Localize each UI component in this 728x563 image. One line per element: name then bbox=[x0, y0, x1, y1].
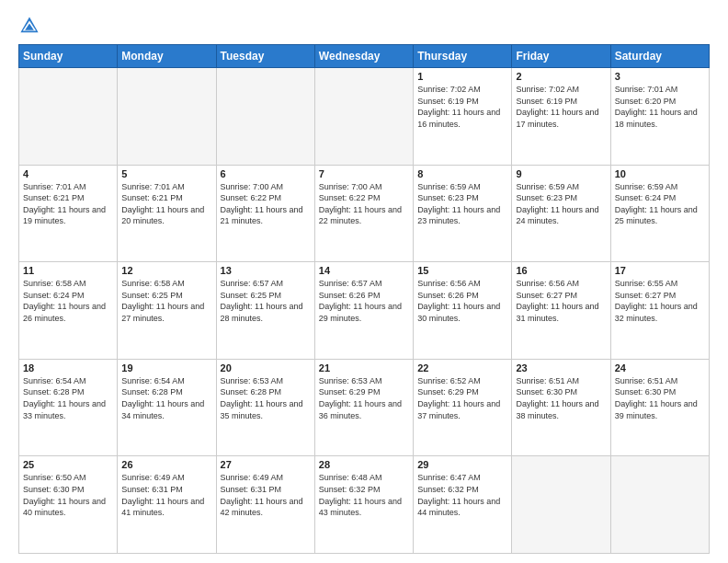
day-of-week-header: Wednesday bbox=[314, 45, 413, 68]
calendar-cell: 25Sunrise: 6:50 AMSunset: 6:30 PMDayligh… bbox=[19, 456, 118, 554]
day-info: Sunrise: 6:48 AMSunset: 6:32 PMDaylight:… bbox=[319, 472, 409, 518]
day-info: Sunrise: 6:56 AMSunset: 6:26 PMDaylight:… bbox=[417, 278, 507, 324]
day-info: Sunrise: 7:01 AMSunset: 6:21 PMDaylight:… bbox=[121, 181, 211, 227]
calendar-cell bbox=[19, 68, 118, 166]
week-row: 1Sunrise: 7:02 AMSunset: 6:19 PMDaylight… bbox=[19, 68, 710, 166]
day-info: Sunrise: 7:01 AMSunset: 6:21 PMDaylight:… bbox=[23, 181, 113, 227]
day-info: Sunrise: 6:55 AMSunset: 6:27 PMDaylight:… bbox=[615, 278, 705, 324]
day-info: Sunrise: 6:59 AMSunset: 6:23 PMDaylight:… bbox=[516, 181, 606, 227]
day-info: Sunrise: 6:47 AMSunset: 6:32 PMDaylight:… bbox=[417, 472, 507, 518]
calendar-cell: 21Sunrise: 6:53 AMSunset: 6:29 PMDayligh… bbox=[314, 359, 413, 456]
day-info: Sunrise: 6:54 AMSunset: 6:28 PMDaylight:… bbox=[121, 375, 211, 421]
calendar-cell: 22Sunrise: 6:52 AMSunset: 6:29 PMDayligh… bbox=[414, 359, 512, 456]
calendar-cell: 7Sunrise: 7:00 AMSunset: 6:22 PMDaylight… bbox=[314, 165, 413, 262]
day-number: 27 bbox=[221, 459, 311, 470]
day-info: Sunrise: 6:50 AMSunset: 6:30 PMDaylight:… bbox=[23, 472, 113, 518]
day-number: 23 bbox=[516, 362, 606, 373]
day-number: 13 bbox=[221, 265, 311, 276]
day-of-week-header: Saturday bbox=[610, 45, 709, 68]
day-number: 15 bbox=[417, 265, 507, 276]
calendar-cell: 12Sunrise: 6:58 AMSunset: 6:25 PMDayligh… bbox=[118, 262, 216, 360]
calendar-cell: 4Sunrise: 7:01 AMSunset: 6:21 PMDaylight… bbox=[19, 165, 118, 262]
day-info: Sunrise: 7:02 AMSunset: 6:19 PMDaylight:… bbox=[516, 84, 606, 130]
calendar-cell bbox=[610, 456, 709, 554]
day-of-week-header: Monday bbox=[118, 45, 216, 68]
day-info: Sunrise: 6:51 AMSunset: 6:30 PMDaylight:… bbox=[615, 375, 705, 421]
day-number: 7 bbox=[319, 168, 409, 179]
day-number: 6 bbox=[221, 168, 311, 179]
calendar-cell bbox=[512, 456, 610, 554]
day-number: 17 bbox=[615, 265, 705, 276]
day-number: 10 bbox=[615, 168, 705, 179]
calendar-cell: 10Sunrise: 6:59 AMSunset: 6:24 PMDayligh… bbox=[610, 165, 709, 262]
calendar-cell: 16Sunrise: 6:56 AMSunset: 6:27 PMDayligh… bbox=[512, 262, 610, 360]
calendar-header-row: SundayMondayTuesdayWednesdayThursdayFrid… bbox=[19, 45, 710, 68]
day-info: Sunrise: 6:52 AMSunset: 6:29 PMDaylight:… bbox=[417, 375, 507, 421]
day-info: Sunrise: 6:58 AMSunset: 6:25 PMDaylight:… bbox=[121, 278, 211, 324]
calendar-cell bbox=[118, 68, 216, 166]
calendar-cell: 1Sunrise: 7:02 AMSunset: 6:19 PMDaylight… bbox=[414, 68, 512, 166]
calendar-cell: 13Sunrise: 6:57 AMSunset: 6:25 PMDayligh… bbox=[216, 262, 314, 360]
calendar-cell: 27Sunrise: 6:49 AMSunset: 6:31 PMDayligh… bbox=[216, 456, 314, 554]
day-number: 21 bbox=[319, 362, 409, 373]
day-number: 29 bbox=[417, 459, 507, 470]
day-number: 22 bbox=[417, 362, 507, 373]
week-row: 11Sunrise: 6:58 AMSunset: 6:24 PMDayligh… bbox=[19, 262, 710, 360]
day-of-week-header: Sunday bbox=[19, 45, 118, 68]
day-number: 9 bbox=[516, 168, 606, 179]
day-number: 26 bbox=[121, 459, 211, 470]
calendar-cell: 9Sunrise: 6:59 AMSunset: 6:23 PMDaylight… bbox=[512, 165, 610, 262]
day-of-week-header: Thursday bbox=[414, 45, 512, 68]
day-number: 25 bbox=[23, 459, 113, 470]
day-info: Sunrise: 7:00 AMSunset: 6:22 PMDaylight:… bbox=[221, 181, 311, 227]
calendar-cell: 3Sunrise: 7:01 AMSunset: 6:20 PMDaylight… bbox=[610, 68, 709, 166]
calendar-table: SundayMondayTuesdayWednesdayThursdayFrid… bbox=[18, 44, 710, 554]
day-info: Sunrise: 6:53 AMSunset: 6:28 PMDaylight:… bbox=[221, 375, 311, 421]
page: SundayMondayTuesdayWednesdayThursdayFrid… bbox=[0, 0, 728, 563]
day-number: 19 bbox=[121, 362, 211, 373]
calendar-cell bbox=[216, 68, 314, 166]
calendar-cell: 20Sunrise: 6:53 AMSunset: 6:28 PMDayligh… bbox=[216, 359, 314, 456]
day-number: 20 bbox=[221, 362, 311, 373]
day-number: 28 bbox=[319, 459, 409, 470]
day-info: Sunrise: 6:49 AMSunset: 6:31 PMDaylight:… bbox=[121, 472, 211, 518]
day-info: Sunrise: 6:59 AMSunset: 6:24 PMDaylight:… bbox=[615, 181, 705, 227]
day-info: Sunrise: 7:00 AMSunset: 6:22 PMDaylight:… bbox=[319, 181, 409, 227]
day-info: Sunrise: 6:57 AMSunset: 6:25 PMDaylight:… bbox=[221, 278, 311, 324]
day-number: 24 bbox=[615, 362, 705, 373]
day-info: Sunrise: 6:59 AMSunset: 6:23 PMDaylight:… bbox=[417, 181, 507, 227]
day-number: 12 bbox=[121, 265, 211, 276]
day-number: 18 bbox=[23, 362, 113, 373]
calendar-cell: 2Sunrise: 7:02 AMSunset: 6:19 PMDaylight… bbox=[512, 68, 610, 166]
calendar-cell: 19Sunrise: 6:54 AMSunset: 6:28 PMDayligh… bbox=[118, 359, 216, 456]
day-of-week-header: Tuesday bbox=[216, 45, 314, 68]
day-number: 11 bbox=[23, 265, 113, 276]
day-number: 5 bbox=[121, 168, 211, 179]
calendar-cell: 26Sunrise: 6:49 AMSunset: 6:31 PMDayligh… bbox=[118, 456, 216, 554]
logo bbox=[18, 15, 44, 37]
day-info: Sunrise: 7:01 AMSunset: 6:20 PMDaylight:… bbox=[615, 84, 705, 130]
day-info: Sunrise: 6:58 AMSunset: 6:24 PMDaylight:… bbox=[23, 278, 113, 324]
calendar-cell: 6Sunrise: 7:00 AMSunset: 6:22 PMDaylight… bbox=[216, 165, 314, 262]
week-row: 25Sunrise: 6:50 AMSunset: 6:30 PMDayligh… bbox=[19, 456, 710, 554]
day-number: 3 bbox=[615, 71, 705, 82]
day-info: Sunrise: 6:53 AMSunset: 6:29 PMDaylight:… bbox=[319, 375, 409, 421]
calendar-cell: 8Sunrise: 6:59 AMSunset: 6:23 PMDaylight… bbox=[414, 165, 512, 262]
day-info: Sunrise: 6:49 AMSunset: 6:31 PMDaylight:… bbox=[221, 472, 311, 518]
calendar-cell: 23Sunrise: 6:51 AMSunset: 6:30 PMDayligh… bbox=[512, 359, 610, 456]
day-of-week-header: Friday bbox=[512, 45, 610, 68]
day-info: Sunrise: 6:51 AMSunset: 6:30 PMDaylight:… bbox=[516, 375, 606, 421]
calendar-cell: 28Sunrise: 6:48 AMSunset: 6:32 PMDayligh… bbox=[314, 456, 413, 554]
calendar-cell: 24Sunrise: 6:51 AMSunset: 6:30 PMDayligh… bbox=[610, 359, 709, 456]
calendar-cell bbox=[314, 68, 413, 166]
day-number: 8 bbox=[417, 168, 507, 179]
day-number: 1 bbox=[417, 71, 507, 82]
calendar-cell: 11Sunrise: 6:58 AMSunset: 6:24 PMDayligh… bbox=[19, 262, 118, 360]
day-number: 14 bbox=[319, 265, 409, 276]
header bbox=[18, 15, 710, 37]
calendar-cell: 5Sunrise: 7:01 AMSunset: 6:21 PMDaylight… bbox=[118, 165, 216, 262]
logo-icon bbox=[18, 15, 40, 37]
day-info: Sunrise: 6:54 AMSunset: 6:28 PMDaylight:… bbox=[23, 375, 113, 421]
week-row: 18Sunrise: 6:54 AMSunset: 6:28 PMDayligh… bbox=[19, 359, 710, 456]
calendar-cell: 17Sunrise: 6:55 AMSunset: 6:27 PMDayligh… bbox=[610, 262, 709, 360]
